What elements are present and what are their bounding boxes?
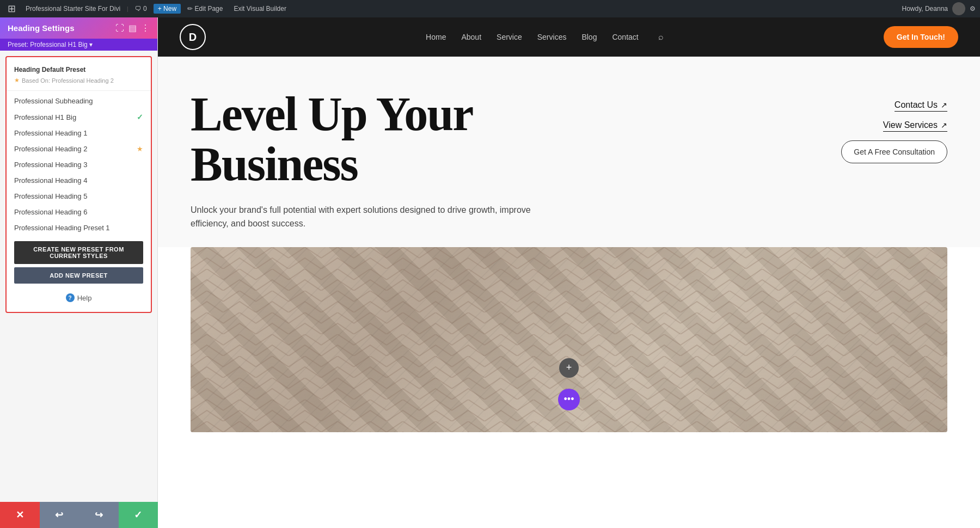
create-preset-button[interactable]: CREATE NEW PRESET FROM CURRENT STYLES bbox=[14, 241, 143, 264]
add-preset-button[interactable]: ADD NEW PRESET bbox=[14, 267, 143, 284]
site-nav-links: Home About Service Services Blog Contact… bbox=[426, 32, 664, 42]
main-preview-area: D Home About Service Services Blog Conta… bbox=[158, 17, 980, 528]
bottom-bar: ✕ ↩ ↪ ✓ bbox=[0, 502, 158, 528]
site-nav: D Home About Service Services Blog Conta… bbox=[158, 17, 980, 57]
preset-bar[interactable]: Preset: Professional H1 Big ▾ bbox=[0, 39, 157, 51]
close-button[interactable]: ✕ bbox=[0, 502, 40, 528]
nav-link-service[interactable]: Service bbox=[497, 33, 522, 41]
preset-item-subheading[interactable]: Professional Subheading bbox=[7, 93, 151, 109]
edit-page-link[interactable]: ✏ Edit Page bbox=[183, 5, 227, 13]
admin-bar: ⊞ Professional Starter Site For Divi | 🗨… bbox=[0, 0, 980, 17]
hero-section: Level Up Your Business Unlock your brand… bbox=[158, 57, 980, 247]
columns-icon[interactable]: ▤ bbox=[128, 23, 137, 33]
site-logo[interactable]: D bbox=[180, 24, 206, 50]
hero-left: Level Up Your Business Unlock your brand… bbox=[191, 89, 828, 231]
nav-link-blog[interactable]: Blog bbox=[581, 33, 597, 41]
fullscreen-icon[interactable]: ⛶ bbox=[115, 23, 124, 33]
redo-button[interactable]: ↪ bbox=[79, 502, 119, 528]
save-button[interactable]: ✓ bbox=[119, 502, 158, 528]
help-section[interactable]: ? Help bbox=[7, 289, 151, 306]
admin-bar-right: Howdy, Deanna ⚙ bbox=[902, 2, 976, 15]
nav-link-services[interactable]: Services bbox=[537, 33, 567, 41]
preset-item-heading2[interactable]: Professional Heading 2 ★ bbox=[7, 141, 151, 157]
heading-settings-panel: Heading Settings ⛶ ▤ ⋮ Preset: Professio… bbox=[0, 17, 158, 528]
panel-header-icons: ⛶ ▤ ⋮ bbox=[115, 23, 150, 33]
exit-visual-builder-link[interactable]: Exit Visual Builder bbox=[229, 5, 291, 13]
panel-buttons: CREATE NEW PRESET FROM CURRENT STYLES AD… bbox=[7, 236, 151, 289]
divider bbox=[7, 90, 151, 91]
star-icon: ★ bbox=[14, 77, 20, 84]
contact-us-link[interactable]: Contact Us ↗ bbox=[895, 100, 947, 112]
contact-us-arrow-icon: ↗ bbox=[941, 101, 947, 109]
image-section: + ••• bbox=[191, 247, 947, 432]
hero-description: Unlock your brand's full potential with … bbox=[191, 203, 539, 231]
wp-logo[interactable]: ⊞ bbox=[4, 3, 19, 15]
preset-based-on: ★ Based On: Professional Heading 2 bbox=[7, 76, 151, 88]
undo-button[interactable]: ↩ bbox=[40, 502, 79, 528]
preset-item-heading5[interactable]: Professional Heading 5 bbox=[7, 188, 151, 204]
preset-item-preset1[interactable]: Professional Heading Preset 1 bbox=[7, 220, 151, 236]
preset-section-header: Heading Default Preset bbox=[7, 63, 151, 76]
nav-cta-button[interactable]: Get In Touch! bbox=[884, 26, 958, 48]
preset-item-heading4[interactable]: Professional Heading 4 bbox=[7, 173, 151, 188]
preset-item-heading1[interactable]: Professional Heading 1 bbox=[7, 125, 151, 141]
view-services-link[interactable]: View Services ↗ bbox=[883, 120, 947, 132]
separator-1: | bbox=[127, 6, 128, 12]
nav-link-home[interactable]: Home bbox=[426, 33, 446, 41]
comments-count[interactable]: 🗨 0 bbox=[131, 5, 151, 13]
preset-list-panel: Heading Default Preset ★ Based On: Profe… bbox=[5, 56, 152, 313]
nav-link-contact[interactable]: Contact bbox=[612, 33, 638, 41]
site-name[interactable]: Professional Starter Site For Divi bbox=[21, 5, 125, 13]
howdy-greeting: Howdy, Deanna bbox=[902, 5, 948, 13]
hero-cta-button[interactable]: Get A Free Consultation bbox=[841, 140, 947, 163]
preset-item-heading3[interactable]: Professional Heading 3 bbox=[7, 157, 151, 173]
view-services-arrow-icon: ↗ bbox=[941, 121, 947, 130]
new-button[interactable]: + New bbox=[154, 4, 181, 14]
preset-item-h1-big[interactable]: Professional H1 Big ✓ bbox=[7, 109, 151, 125]
website-preview: D Home About Service Services Blog Conta… bbox=[158, 17, 980, 528]
more-options-button[interactable]: ••• bbox=[558, 389, 580, 410]
nav-link-about[interactable]: About bbox=[461, 33, 481, 41]
hero-right: Contact Us ↗ View Services ↗ Get A Free … bbox=[828, 89, 947, 231]
search-icon[interactable]: ⌕ bbox=[658, 32, 664, 42]
preset-item-heading6[interactable]: Professional Heading 6 bbox=[7, 204, 151, 220]
starred-icon: ★ bbox=[137, 145, 143, 153]
user-avatar[interactable] bbox=[952, 2, 965, 15]
hero-title: Level Up Your Business bbox=[191, 89, 572, 190]
screen-options-icon[interactable]: ⚙ bbox=[970, 5, 976, 13]
active-check-icon: ✓ bbox=[137, 113, 143, 121]
more-options-icon[interactable]: ⋮ bbox=[141, 23, 150, 33]
help-icon: ? bbox=[66, 293, 75, 302]
panel-title: Heading Settings bbox=[8, 23, 75, 33]
add-element-button[interactable]: + bbox=[559, 358, 579, 378]
panel-header: Heading Settings ⛶ ▤ ⋮ bbox=[0, 17, 157, 39]
